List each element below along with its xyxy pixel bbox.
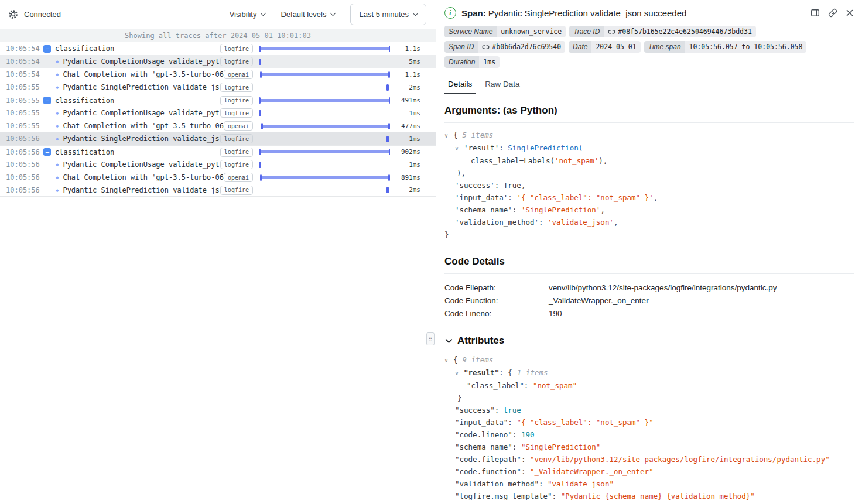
code-token: ), bbox=[457, 169, 466, 177]
code-key: "code.filepath" bbox=[455, 455, 521, 464]
collapse-chevron-icon[interactable]: ∨ bbox=[444, 129, 453, 142]
trace-row[interactable]: 10:05:54 ◆ Pydantic CompletionUsage vali… bbox=[0, 55, 436, 68]
code-token: : bbox=[524, 381, 533, 390]
attributes-code-block: ∨{9 items ∨"result": {1 items "class_lab… bbox=[444, 354, 854, 504]
code-line: "code.filepath": "venv/lib/python3.12/si… bbox=[444, 453, 854, 465]
code-key: "schema_name" bbox=[455, 443, 512, 451]
duration-bar bbox=[259, 59, 261, 65]
code-token: } bbox=[444, 230, 449, 239]
badge-value: 2024-05-01 bbox=[591, 41, 640, 53]
span-duration: 902ms bbox=[395, 148, 420, 156]
span-timeline bbox=[259, 68, 390, 81]
date-badge: Date 2024-05-01 bbox=[569, 41, 641, 53]
tab-raw-data[interactable]: Raw Data bbox=[481, 76, 523, 94]
scope-tag: logfire bbox=[220, 83, 253, 92]
code-line: ∨{5 items bbox=[444, 129, 854, 142]
span-duration: 1ms bbox=[395, 135, 420, 143]
trace-row[interactable]: 10:05:56 − classification logfire 902ms bbox=[0, 145, 436, 158]
trace-rows: 10:05:54 − classification logfire 1.1s 1… bbox=[0, 42, 436, 197]
scope-tag: logfire bbox=[220, 186, 253, 195]
code-key: "code.lineno" bbox=[455, 430, 512, 439]
collapse-chevron-icon[interactable]: ∨ bbox=[455, 367, 464, 379]
code-line: 'input_data': '{ "class_label": "not_spa… bbox=[444, 191, 854, 204]
trace-row[interactable]: 10:05:54 − classification logfire 1.1s bbox=[0, 42, 436, 55]
code-line: 'success': True, bbox=[444, 179, 854, 191]
code-line: 'schema_name': 'SinglePrediction', bbox=[444, 204, 854, 216]
collapse-toggle-icon[interactable]: − bbox=[43, 45, 51, 53]
duration-bar bbox=[386, 187, 389, 193]
visibility-dropdown[interactable]: Visibility bbox=[230, 10, 266, 19]
row-timestamp: 10:05:56 bbox=[6, 173, 40, 181]
code-string: 'not_spam' bbox=[555, 156, 598, 165]
code-key: "logfire.msg_template" bbox=[455, 492, 552, 500]
code-detail-label: Code Function: bbox=[444, 296, 549, 305]
code-token: : bbox=[512, 443, 521, 451]
code-line: ∨'result': SinglePrediction( bbox=[444, 142, 854, 155]
copy-link-icon[interactable] bbox=[828, 8, 837, 18]
code-token: : bbox=[539, 479, 548, 488]
duration-bar bbox=[259, 99, 390, 102]
badge-label: Service Name bbox=[444, 26, 497, 37]
row-timestamp: 10:05:55 bbox=[6, 97, 40, 105]
span-name: Pydantic CompletionUsage validate_python bbox=[63, 160, 220, 169]
drag-handle-icon: ⠿ bbox=[429, 336, 433, 342]
trace-row[interactable]: 10:05:56 ◆ Pydantic CompletionUsage vali… bbox=[0, 158, 436, 171]
collapse-toggle-icon[interactable]: − bbox=[43, 148, 51, 156]
span-timeline bbox=[259, 184, 390, 197]
span-duration: 477ms bbox=[395, 122, 420, 130]
tab-details[interactable]: Details bbox=[444, 76, 476, 94]
span-diamond-icon: ◆ bbox=[56, 84, 59, 90]
scope-tag: logfire bbox=[220, 57, 253, 66]
code-token: : bbox=[499, 368, 508, 377]
default-levels-dropdown[interactable]: Default levels bbox=[281, 10, 335, 19]
link-icon[interactable] bbox=[482, 43, 490, 51]
code-class: SinglePrediction( bbox=[508, 143, 583, 152]
span-detail-header: i Span: Pydantic SinglePrediction valida… bbox=[436, 0, 862, 23]
toolbar-controls: Visibility Default levels Last 5 minutes bbox=[230, 4, 426, 25]
row-timestamp: 10:05:56 bbox=[6, 160, 40, 169]
collapse-chevron-icon[interactable]: ∨ bbox=[455, 142, 464, 155]
dock-panel-icon[interactable] bbox=[810, 8, 820, 18]
time-range-label: Last 5 minutes bbox=[359, 10, 409, 19]
collapse-chevron-icon[interactable]: ∨ bbox=[444, 354, 453, 366]
badge-value: #08f57b165e22c4e625046944673bdd31 bbox=[604, 26, 755, 37]
trace-row[interactable]: 10:05:55 ◆ Pydantic CompletionUsage vali… bbox=[0, 107, 436, 119]
trace-row[interactable]: 10:05:56 ◆ Chat Completion with 'gpt-3.5… bbox=[0, 171, 436, 184]
row-timestamp: 10:05:56 bbox=[6, 148, 40, 156]
code-token: { bbox=[453, 131, 458, 139]
code-token: , bbox=[521, 181, 526, 190]
trace-row-selected[interactable]: 10:05:56 ◆ Pydantic SinglePrediction val… bbox=[0, 132, 436, 145]
code-token: : bbox=[521, 455, 530, 464]
trace-row[interactable]: 10:05:56 ◆ Pydantic SinglePrediction val… bbox=[0, 184, 436, 197]
span-duration: 491ms bbox=[395, 97, 420, 104]
code-boolean: true bbox=[504, 406, 521, 414]
code-token: : bbox=[508, 193, 516, 202]
span-name: Pydantic SinglePrediction validate_json bbox=[63, 186, 220, 194]
code-string: 'validate_json' bbox=[548, 218, 614, 227]
span-diamond-icon: ◆ bbox=[56, 110, 59, 116]
span-timeline bbox=[259, 119, 390, 132]
link-icon[interactable] bbox=[608, 28, 615, 36]
code-line: } bbox=[444, 392, 854, 404]
gear-icon[interactable] bbox=[8, 9, 18, 19]
span-detail-panel: i Span: Pydantic SinglePrediction valida… bbox=[436, 0, 862, 504]
span-diamond-icon: ◆ bbox=[56, 71, 59, 77]
time-range-dropdown[interactable]: Last 5 minutes bbox=[350, 4, 426, 25]
attributes-heading[interactable]: Attributes bbox=[444, 335, 854, 347]
code-string: "venv/lib/python3.12/site-packages/logfi… bbox=[530, 455, 830, 464]
collapse-toggle-icon[interactable]: − bbox=[43, 97, 51, 104]
duration-bar bbox=[261, 125, 390, 128]
close-icon[interactable] bbox=[846, 9, 854, 17]
duration-bar bbox=[259, 162, 261, 168]
code-string: "Pydantic {schema_name} {validation_meth… bbox=[561, 492, 755, 500]
trace-row[interactable]: 10:05:55 ◆ Pydantic SinglePrediction val… bbox=[0, 81, 436, 94]
trace-row[interactable]: 10:05:55 − classification logfire 491ms bbox=[0, 94, 436, 107]
trace-row[interactable]: 10:05:55 ◆ Chat Completion with 'gpt-3.5… bbox=[0, 119, 436, 132]
code-detail-label: Code Filepath: bbox=[444, 283, 549, 292]
panel-resize-handle[interactable]: ⠿ bbox=[426, 332, 435, 345]
trace-row[interactable]: 10:05:54 ◆ Chat Completion with 'gpt-3.5… bbox=[0, 68, 436, 81]
scope-tag: openai bbox=[224, 70, 253, 79]
code-string: "not_spam" bbox=[533, 381, 577, 390]
badge-value: #b0b6da2d76c69540 bbox=[478, 41, 565, 53]
span-name: classification bbox=[55, 97, 220, 105]
